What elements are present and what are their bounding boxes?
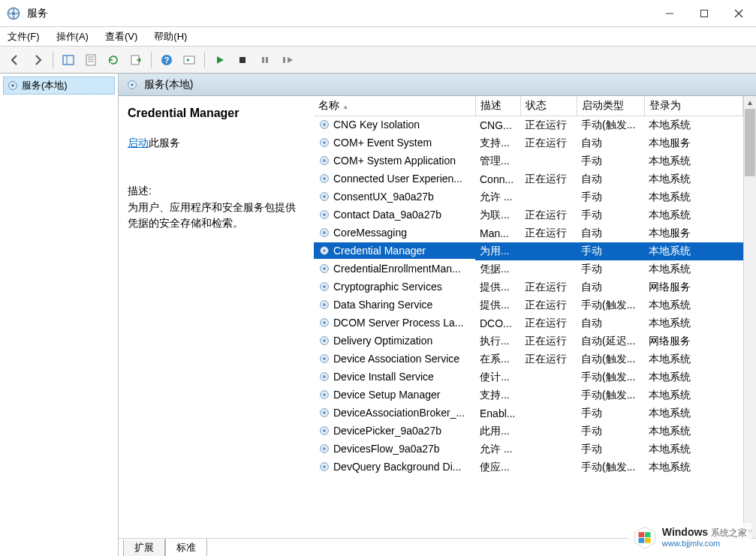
scroll-track[interactable] <box>744 109 756 525</box>
cell-desc: 允许 ... <box>475 188 520 206</box>
cell-logon: 本地系统 <box>644 296 743 314</box>
cell-name: DevicePicker_9a0a27b <box>314 422 475 439</box>
table-row[interactable]: COM+ Event System支持...正在运行自动本地服务 <box>314 134 743 152</box>
cell-startup: 自动 <box>577 224 644 242</box>
col-startup[interactable]: 启动类型 <box>577 96 644 116</box>
svg-point-35 <box>323 213 326 216</box>
table-row[interactable]: COM+ System Application管理...手动本地系统 <box>314 152 743 170</box>
cell-desc: 支持... <box>475 386 520 404</box>
service-icon <box>318 245 330 257</box>
close-button[interactable] <box>721 0 756 27</box>
table-row[interactable]: Delivery Optimization执行...正在运行自动(延迟...网络… <box>314 332 743 350</box>
cell-desc: Conn... <box>475 170 520 188</box>
svg-point-29 <box>323 159 326 162</box>
svg-rect-19 <box>283 57 285 63</box>
svg-point-49 <box>323 339 326 342</box>
table-row[interactable]: Device Association Service在系...正在运行自动(触发… <box>314 350 743 368</box>
titlebar: 服务 <box>0 0 756 27</box>
start-service-button[interactable] <box>209 50 230 71</box>
help-button[interactable]: ? <box>156 50 177 71</box>
table-row[interactable]: DeviceAssociationBroker_...Enabl...手动本地系… <box>314 404 743 422</box>
cell-desc: 凭据... <box>475 260 520 278</box>
svg-point-37 <box>323 231 326 234</box>
table-row[interactable]: Device Install Service使计...手动(触发...本地系统 <box>314 368 743 386</box>
cell-logon: 本地系统 <box>644 458 743 476</box>
tab-extended[interactable]: 扩展 <box>123 539 165 556</box>
col-status[interactable]: 状态 <box>520 96 577 116</box>
show-hide-tree-button[interactable] <box>58 50 79 71</box>
svg-rect-8 <box>86 55 95 65</box>
cell-logon: 本地系统 <box>644 404 743 422</box>
table-row[interactable]: Data Sharing Service提供...正在运行手动(触发...本地系… <box>314 296 743 314</box>
cell-desc: 提供... <box>475 278 520 296</box>
stop-service-button[interactable] <box>232 50 253 71</box>
svg-rect-18 <box>266 57 268 63</box>
cell-logon: 本地系统 <box>644 206 743 224</box>
table-row[interactable]: CredentialEnrollmentMan...凭据...手动本地系统 <box>314 260 743 278</box>
maximize-button[interactable] <box>687 0 721 27</box>
menu-action[interactable]: 操作(A) <box>53 29 92 45</box>
table-row[interactable]: DevicePicker_9a0a27b此用...手动本地系统 <box>314 422 743 440</box>
cell-status: 正在运行 <box>520 314 577 332</box>
tree-root-services-local[interactable]: 服务(本地) <box>3 77 115 95</box>
table-row[interactable]: Connected User Experien...Conn...正在运行自动本… <box>314 170 743 188</box>
properties-button[interactable] <box>80 50 101 71</box>
table-row[interactable]: DCOM Server Process La...DCO...正在运行自动本地系… <box>314 314 743 332</box>
start-link[interactable]: 启动 <box>128 137 149 149</box>
service-icon <box>318 317 330 329</box>
table-row[interactable]: DevicesFlow_9a0a27b允许 ...手动本地系统 <box>314 440 743 458</box>
cell-desc: Man... <box>475 224 520 242</box>
cell-name: ConsentUX_9a0a27b <box>314 188 475 205</box>
svg-point-25 <box>323 123 326 126</box>
menu-view[interactable]: 查看(V) <box>102 29 140 45</box>
col-desc[interactable]: 描述 <box>475 96 520 116</box>
table-row[interactable]: Credential Manager为用...手动本地系统 <box>314 242 743 260</box>
minimize-button[interactable] <box>652 0 687 27</box>
pause-service-button[interactable] <box>255 50 276 71</box>
scroll-up-icon[interactable]: ▲ <box>744 96 756 109</box>
cell-logon: 网络服务 <box>644 278 743 296</box>
services-table: 名称▴ 描述 状态 启动类型 登录为 CNG Key IsolationCNG.… <box>314 96 743 476</box>
menu-file[interactable]: 文件(F) <box>5 29 43 45</box>
action-row: 启动此服务 <box>128 137 305 150</box>
description-text: 为用户、应用程序和安全服务包提供凭据的安全存储和检索。 <box>128 200 305 231</box>
vertical-scrollbar[interactable]: ▲ ▼ <box>743 96 756 538</box>
refresh-button[interactable] <box>103 50 124 71</box>
restart-service-button[interactable] <box>277 50 298 71</box>
cell-logon: 本地服务 <box>644 134 743 152</box>
scroll-down-icon[interactable]: ▼ <box>744 525 756 538</box>
scroll-thumb[interactable] <box>745 109 755 176</box>
service-icon <box>318 335 330 347</box>
cell-status: 正在运行 <box>520 278 577 296</box>
tab-standard[interactable]: 标准 <box>165 539 207 556</box>
cell-startup: 手动(触发... <box>577 368 644 386</box>
cell-status <box>520 188 577 206</box>
list-scroll[interactable]: 名称▴ 描述 状态 启动类型 登录为 CNG Key IsolationCNG.… <box>314 96 743 538</box>
cell-name: Contact Data_9a0a27b <box>314 206 475 223</box>
svg-point-31 <box>323 177 326 180</box>
table-row[interactable]: Device Setup Manager支持...手动(触发...本地系统 <box>314 386 743 404</box>
cell-logon: 本地系统 <box>644 260 743 278</box>
action-button[interactable] <box>179 50 200 71</box>
cell-desc: Enabl... <box>475 404 520 422</box>
menu-help[interactable]: 帮助(H) <box>151 29 190 45</box>
cell-name: Device Install Service <box>314 368 475 385</box>
table-header-row: 名称▴ 描述 状态 启动类型 登录为 <box>314 96 743 116</box>
col-logon[interactable]: 登录为 <box>644 96 743 116</box>
gear-icon <box>7 80 19 92</box>
forward-button[interactable] <box>27 50 48 71</box>
table-row[interactable]: DevQuery Background Di...使应...手动(触发...本地… <box>314 458 743 476</box>
cell-name: DCOM Server Process La... <box>314 314 475 331</box>
table-row[interactable]: CNG Key IsolationCNG...正在运行手动(触发...本地系统 <box>314 116 743 135</box>
col-name[interactable]: 名称▴ <box>314 96 475 116</box>
cell-name: Credential Manager <box>314 242 475 259</box>
back-button[interactable] <box>5 50 26 71</box>
cell-desc: 支持... <box>475 134 520 152</box>
service-icon <box>318 173 330 185</box>
table-row[interactable]: CoreMessagingMan...正在运行自动本地服务 <box>314 224 743 242</box>
table-row[interactable]: ConsentUX_9a0a27b允许 ...手动本地系统 <box>314 188 743 206</box>
table-row[interactable]: Cryptographic Services提供...正在运行自动网络服务 <box>314 278 743 296</box>
export-button[interactable] <box>125 50 146 71</box>
table-row[interactable]: Contact Data_9a0a27b为联...正在运行手动本地系统 <box>314 206 743 224</box>
svg-rect-6 <box>63 56 74 65</box>
